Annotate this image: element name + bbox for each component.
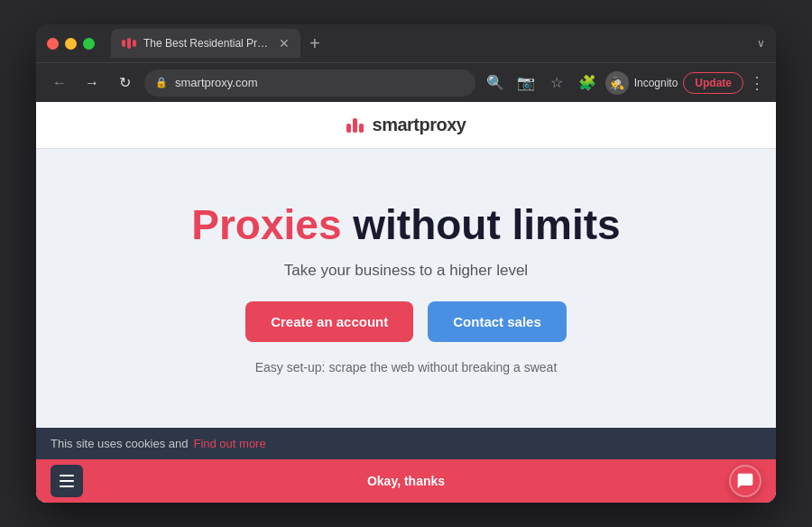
incognito-icon: 🕵 [605, 71, 629, 95]
update-button[interactable]: Update [683, 72, 743, 94]
back-button[interactable]: ← [47, 70, 72, 96]
page-content: smartproxy Proxies without limits Take y… [36, 102, 776, 503]
chat-button[interactable] [729, 465, 761, 497]
active-tab[interactable]: The Best Residential Proxy Net ✕ [111, 29, 300, 58]
incognito-label: Incognito [634, 77, 678, 89]
cookie-bar: This site uses cookies and Find out more [36, 428, 776, 459]
hamburger-button[interactable] [51, 465, 83, 497]
cookie-text: This site uses cookies and [51, 437, 188, 450]
chat-icon [736, 472, 754, 490]
nav-icons: 🔍 📷 ☆ 🧩 🕵 Incognito Update ⋮ [483, 70, 765, 96]
extensions-icon[interactable]: 🧩 [575, 70, 600, 96]
brand-name: smartproxy [373, 115, 466, 135]
hero-subtitle: Take your business to a higher level [284, 262, 528, 280]
url-text: smartproxy.com [175, 76, 465, 89]
title-bar: The Best Residential Proxy Net ✕ + ∨ [36, 24, 776, 62]
contact-sales-button[interactable]: Contact sales [428, 301, 567, 342]
tab-title: The Best Residential Proxy Net [143, 37, 270, 50]
hero-buttons: Create an account Contact sales [245, 301, 567, 342]
bottom-bar: Okay, thanks [36, 459, 776, 503]
reload-button[interactable]: ↻ [112, 70, 137, 96]
nav-bar: ← → ↻ 🔒 smartproxy.com 🔍 📷 ☆ 🧩 🕵 Incogni… [36, 62, 776, 102]
close-button[interactable] [47, 38, 59, 50]
tab-overflow-button[interactable]: ∨ [757, 37, 765, 50]
minimize-button[interactable] [65, 38, 77, 50]
lock-icon: 🔒 [155, 77, 168, 88]
hero-title-rest: without limits [342, 201, 621, 248]
hero-title: Proxies without limits [191, 202, 620, 248]
okay-thanks-label[interactable]: Okay, thanks [83, 474, 729, 488]
traffic-lights [47, 38, 95, 50]
hero-section: Proxies without limits Take your busines… [36, 149, 776, 428]
hero-title-highlight: Proxies [191, 201, 341, 248]
incognito-badge: 🕵 Incognito [605, 71, 678, 95]
new-tab-button[interactable]: + [304, 34, 326, 52]
browser-window: The Best Residential Proxy Net ✕ + ∨ ← →… [36, 24, 776, 503]
address-bar[interactable]: 🔒 smartproxy.com [144, 69, 475, 97]
create-account-button[interactable]: Create an account [245, 301, 413, 342]
menu-dots-button[interactable]: ⋮ [749, 73, 765, 93]
camera-icon[interactable]: 📷 [513, 70, 539, 96]
brand-icon [346, 118, 364, 133]
search-icon[interactable]: 🔍 [483, 70, 508, 96]
site-header: smartproxy [36, 102, 776, 149]
bookmark-icon[interactable]: ☆ [544, 70, 569, 96]
maximize-button[interactable] [83, 38, 95, 50]
hamburger-lines [60, 475, 74, 487]
find-out-more-link[interactable]: Find out more [193, 437, 265, 450]
hero-footer-text: Easy set-up: scrape the web without brea… [255, 360, 558, 374]
tab-favicon [122, 38, 136, 49]
forward-button[interactable]: → [79, 70, 105, 96]
brand-logo: smartproxy [346, 115, 466, 135]
tab-close-button[interactable]: ✕ [279, 36, 290, 51]
tab-bar: The Best Residential Proxy Net ✕ + ∨ [111, 29, 765, 58]
